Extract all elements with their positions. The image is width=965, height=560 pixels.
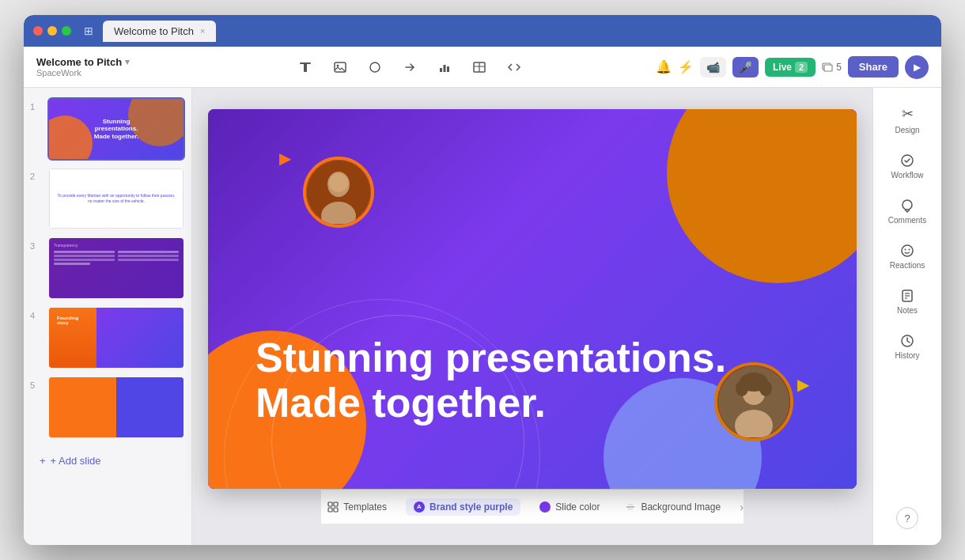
- notes-icon: [900, 289, 914, 303]
- avatar-1: [303, 157, 374, 228]
- svg-rect-23: [328, 502, 332, 506]
- background-label: Background Image: [641, 501, 721, 513]
- workflow-icon: [900, 153, 914, 168]
- slide-thumbnail-2[interactable]: To provide every Martian with an opportu…: [47, 167, 185, 230]
- maximize-traffic-light[interactable]: [62, 26, 71, 36]
- svg-point-4: [370, 62, 380, 72]
- notifications-icon[interactable]: 🔔: [656, 59, 672, 74]
- chart-tool-icon[interactable]: [433, 56, 456, 78]
- comments-panel-item[interactable]: Comments: [877, 191, 937, 233]
- svg-rect-24: [334, 502, 338, 506]
- help-button[interactable]: ?: [896, 507, 918, 529]
- svg-rect-6: [443, 65, 445, 72]
- brand-label: Brand style purple: [430, 501, 513, 513]
- svg-point-32: [902, 245, 913, 256]
- brand-icon: A: [414, 501, 425, 513]
- cursor-arrow-2: ▶: [797, 375, 809, 394]
- reactions-icon: [900, 244, 914, 258]
- arrow-tool-icon[interactable]: [399, 56, 421, 78]
- document-info: Welcome to Pitch ▾ SpaceWork: [36, 56, 163, 78]
- list-item[interactable]: 2 To provide every Martian with an oppor…: [30, 167, 185, 230]
- slide-color-button[interactable]: Slide color: [533, 498, 606, 516]
- design-panel-item[interactable]: ✂ Design: [877, 97, 937, 142]
- svg-point-31: [903, 200, 912, 210]
- live-count: 2: [795, 62, 808, 73]
- traffic-lights: [33, 26, 71, 36]
- history-panel-item[interactable]: History: [877, 326, 937, 368]
- svg-point-3: [336, 64, 339, 66]
- slide-number: 2: [30, 172, 41, 181]
- main-content: 1 Stunning presentations. Made together.: [24, 88, 941, 545]
- slide-thumbnail-3[interactable]: Transparency: [47, 236, 185, 300]
- slide-number: 5: [30, 380, 41, 390]
- workspace-label: SpaceWork: [36, 68, 163, 78]
- svg-rect-1: [304, 62, 307, 72]
- slide-headline: Stunning presentations. Made together.: [255, 335, 726, 426]
- design-label: Design: [895, 126, 919, 134]
- share-button[interactable]: Share: [848, 56, 899, 78]
- image-tool-icon[interactable]: [329, 56, 351, 78]
- mic-button[interactable]: 🎤: [732, 57, 759, 78]
- tab-label: Welcome to Pitch: [114, 25, 194, 37]
- list-item[interactable]: 5: [30, 376, 185, 439]
- video-button[interactable]: 📹: [700, 57, 726, 78]
- toolbar-actions: 🔔 ⚡ 📹 🎤 Live 2 5 Share ▶: [656, 55, 929, 79]
- app-window: ⊞ Welcome to Pitch × Welcome to Pitch ▾ …: [24, 15, 941, 545]
- active-tab[interactable]: Welcome to Pitch ×: [103, 21, 216, 42]
- svg-rect-7: [447, 66, 449, 72]
- history-label: History: [895, 351, 919, 360]
- list-item[interactable]: 4 Foundingstory: [30, 306, 185, 369]
- slide-number: 3: [30, 241, 41, 251]
- more-options-icon[interactable]: ›: [740, 501, 744, 513]
- cursor-arrow-1: ▶: [279, 149, 291, 168]
- toolbar-tools: [172, 56, 646, 78]
- embed-tool-icon[interactable]: [503, 56, 525, 78]
- live-label: Live: [773, 62, 792, 73]
- svg-rect-25: [328, 508, 332, 512]
- bottom-toolbar: Templates A Brand style purple Slide col…: [321, 489, 744, 524]
- svg-rect-26: [334, 508, 338, 512]
- svg-point-16: [329, 173, 348, 192]
- title-bar: ⊞ Welcome to Pitch ×: [24, 15, 941, 47]
- grid-icon: ⊞: [84, 25, 93, 37]
- notes-label: Notes: [897, 306, 918, 315]
- slide-thumbnail-4[interactable]: Foundingstory: [47, 306, 185, 369]
- notes-panel-item[interactable]: Notes: [877, 281, 937, 323]
- svg-point-34: [909, 249, 910, 251]
- background-image-button[interactable]: Background Image: [619, 498, 727, 516]
- slide-thumbnail-1[interactable]: Stunning presentations. Made together.: [47, 97, 185, 161]
- reactions-label: Reactions: [890, 261, 925, 270]
- color-dot-icon: [539, 501, 551, 513]
- lightning-icon[interactable]: ⚡: [678, 59, 694, 74]
- minimize-traffic-light[interactable]: [47, 26, 57, 36]
- slide-number: 1: [30, 102, 41, 112]
- shape-tool-icon[interactable]: [364, 56, 386, 78]
- brand-style-button[interactable]: A Brand style purple: [406, 498, 520, 516]
- comments-label: Comments: [888, 216, 926, 225]
- workflow-panel-item[interactable]: Workflow: [877, 146, 937, 187]
- svg-rect-5: [440, 68, 442, 72]
- tab-close-button[interactable]: ×: [200, 26, 205, 36]
- list-item[interactable]: 3 Transparency: [30, 236, 185, 300]
- slide-thumbnail-5[interactable]: [47, 376, 185, 439]
- templates-label: Templates: [343, 501, 387, 513]
- live-button[interactable]: Live 2: [765, 58, 816, 77]
- comments-icon: [900, 199, 914, 213]
- templates-button[interactable]: Templates: [321, 498, 393, 516]
- close-traffic-light[interactable]: [33, 26, 43, 36]
- reactions-panel-item[interactable]: Reactions: [877, 236, 937, 278]
- slides-panel: 1 Stunning presentations. Made together.: [24, 88, 192, 545]
- svg-rect-12: [824, 65, 832, 71]
- svg-point-21: [736, 380, 748, 396]
- add-slide-button[interactable]: + + Add slide: [30, 448, 185, 473]
- toolbar: Welcome to Pitch ▾ SpaceWork: [24, 47, 941, 88]
- add-slide-icon: +: [40, 455, 46, 467]
- play-button[interactable]: ▶: [905, 55, 929, 79]
- slide-canvas[interactable]: ▶ ▶: [208, 109, 857, 489]
- history-icon: [900, 334, 914, 348]
- table-tool-icon[interactable]: [468, 56, 490, 78]
- text-tool-icon[interactable]: [294, 56, 316, 78]
- list-item[interactable]: 1 Stunning presentations. Made together.: [30, 97, 185, 161]
- right-panel: ✂ Design Workflow Comments Reactions Not…: [872, 88, 941, 545]
- document-title[interactable]: Welcome to Pitch ▾: [36, 56, 163, 68]
